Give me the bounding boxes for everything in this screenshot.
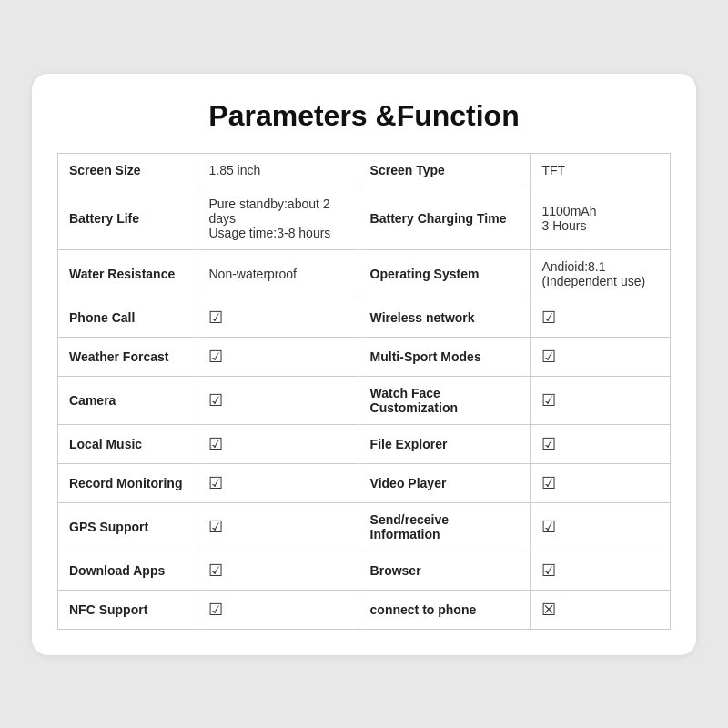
check-icon: ☑ (541, 308, 556, 327)
left-value: ☑ (197, 502, 359, 551)
table-row: Download Apps☑Browser☑ (58, 551, 671, 590)
right-label: File Explorer (359, 424, 531, 463)
check-icon: ☑ (541, 474, 556, 492)
right-label: Send/receive Information (359, 502, 531, 551)
table-row: Local Music☑File Explorer☑ (58, 424, 671, 463)
right-label: Video Player (359, 463, 531, 502)
right-value: 1100mAh 3 Hours (531, 187, 671, 249)
table-row: Camera☑Watch Face Customization☑ (58, 376, 671, 424)
right-label: Browser (359, 551, 531, 590)
left-label: Camera (58, 376, 197, 424)
left-value: ☑ (197, 463, 359, 502)
check-icon: ☑ (208, 348, 223, 366)
table-row: Phone Call☑Wireless network☑ (58, 298, 671, 337)
left-value: ☑ (197, 551, 359, 590)
right-value: ☑ (531, 424, 671, 463)
left-label: Local Music (58, 424, 197, 463)
left-label: GPS Support (58, 502, 197, 551)
table-row: Weather Forcast☑Multi-Sport Modes☑ (58, 337, 671, 376)
right-value: TFT (531, 153, 671, 187)
left-value: 1.85 inch (197, 153, 359, 187)
left-value: ☑ (197, 424, 359, 463)
left-label: Battery Life (58, 187, 197, 249)
check-icon: ☑ (541, 435, 556, 453)
right-label: Watch Face Customization (359, 376, 531, 424)
left-label: Screen Size (58, 153, 197, 187)
check-icon: ☑ (208, 474, 223, 492)
right-value: ☑ (531, 463, 671, 502)
left-value: Pure standby:about 2 days Usage time:3-8… (197, 187, 359, 249)
left-label: Record Monitoring (58, 463, 197, 502)
check-icon: ☑ (208, 435, 223, 453)
table-row: Water ResistanceNon-waterproofOperating … (58, 249, 671, 298)
left-value: ☑ (197, 376, 359, 424)
right-value: ☑ (531, 376, 671, 424)
check-icon: ☑ (208, 601, 223, 619)
left-label: Phone Call (58, 298, 197, 337)
right-label: Screen Type (359, 153, 531, 187)
right-value: ☑ (531, 337, 671, 376)
right-value: ☑ (531, 551, 671, 590)
right-label: Wireless network (359, 298, 531, 337)
check-icon: ☑ (208, 308, 223, 327)
check-icon: ☑ (541, 518, 556, 536)
left-label: Water Resistance (58, 249, 197, 298)
left-label: NFC Support (58, 590, 197, 629)
table-row: Battery LifePure standby:about 2 days Us… (58, 187, 671, 249)
check-icon: ☑ (541, 561, 556, 580)
left-value: ☑ (197, 590, 359, 629)
table-row: NFC Support☑connect to phone☒ (58, 590, 671, 629)
left-label: Download Apps (58, 551, 197, 590)
check-icon: ☑ (208, 391, 223, 410)
right-value: ☑ (531, 298, 671, 337)
table-row: GPS Support☑Send/receive Information☑ (58, 502, 671, 551)
right-label: connect to phone (359, 590, 531, 629)
right-label: Multi-Sport Modes (359, 337, 531, 376)
right-label: Battery Charging Time (359, 187, 531, 249)
parameters-table: Screen Size1.85 inchScreen TypeTFTBatter… (57, 153, 671, 630)
check-icon: ☑ (541, 391, 556, 410)
left-value: ☑ (197, 298, 359, 337)
right-value: ☒ (531, 590, 671, 629)
check-icon: ☑ (208, 518, 223, 536)
left-label: Weather Forcast (58, 337, 197, 376)
check-icon: ☑ (208, 561, 223, 580)
right-value: Andioid:8.1 (Independent use) (531, 249, 671, 298)
table-row: Screen Size1.85 inchScreen TypeTFT (58, 153, 671, 187)
parameters-card: Parameters &Function Screen Size1.85 inc… (32, 74, 696, 655)
right-label: Operating System (359, 249, 531, 298)
check-icon: ☑ (541, 348, 556, 366)
right-value: ☑ (531, 502, 671, 551)
table-row: Record Monitoring☑Video Player☑ (58, 463, 671, 502)
x-icon: ☒ (541, 601, 556, 619)
left-value: ☑ (197, 337, 359, 376)
left-value: Non-waterproof (197, 249, 359, 298)
page-title: Parameters &Function (57, 99, 671, 133)
